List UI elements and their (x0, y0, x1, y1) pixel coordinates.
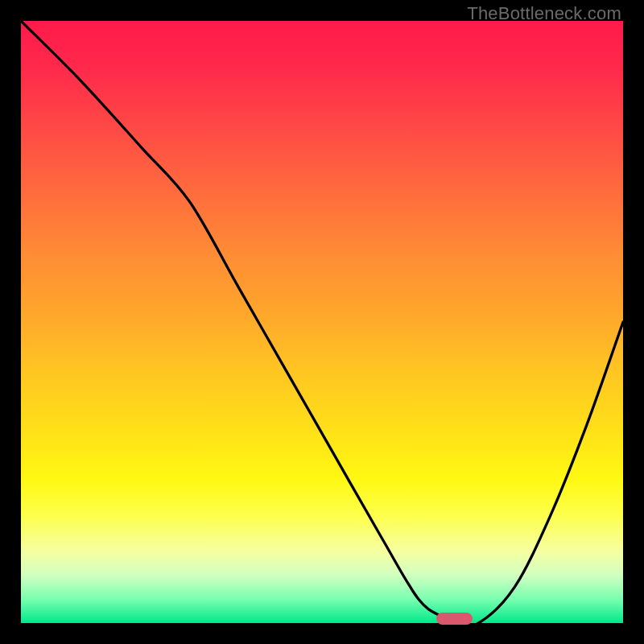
bottleneck-curve (21, 21, 623, 623)
curve-svg (21, 21, 623, 623)
optimal-marker (436, 613, 473, 625)
